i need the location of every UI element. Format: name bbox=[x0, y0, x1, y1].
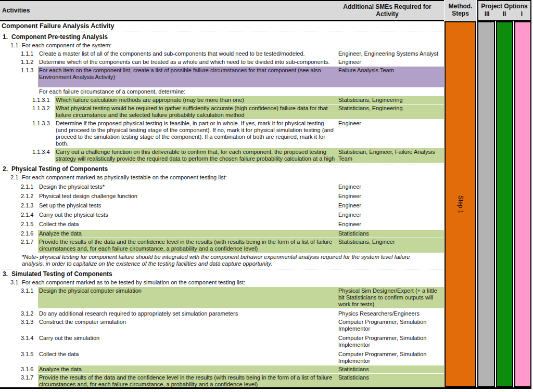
sme-cell[interactable]: Computer Programmer, Simulation Implemen… bbox=[337, 350, 444, 365]
activity-row[interactable]: 2.1.5Collect the dataEngineer bbox=[0, 220, 444, 228]
activity-row[interactable]: 3.1.5Collect the dataComputer Programmer… bbox=[0, 350, 444, 365]
activity-number: 3.1.4 bbox=[21, 334, 38, 349]
activity-row[interactable]: 2.1.1Design the physical tests*Engineer bbox=[0, 183, 444, 191]
project-option-column-ii[interactable] bbox=[496, 21, 513, 387]
sme-cell[interactable]: Statisticians, Engineering bbox=[337, 96, 444, 104]
activity-number: 2.1.1 bbox=[21, 183, 38, 191]
activity-row[interactable]: 2.Physical Testing of Components bbox=[0, 165, 444, 173]
sme-cell[interactable]: Engineer bbox=[337, 211, 444, 219]
sme-column-header: Additional SMEs Required for Activity bbox=[332, 3, 443, 18]
sme-cell[interactable]: Computer Programmer, Simulation Implemen… bbox=[337, 334, 444, 349]
activity-row[interactable]: 1.1.2Determine which of the components c… bbox=[0, 58, 444, 66]
activity-text-cell[interactable]: For each item on the component list, cre… bbox=[38, 67, 337, 87]
activity-text-cell[interactable]: *Note- physical testing for component fa… bbox=[21, 253, 425, 268]
sme-header-line2: Activity bbox=[332, 10, 443, 18]
activity-row[interactable]: 2.1.4Carry out the physical testsEnginee… bbox=[0, 211, 444, 219]
activity-text-cell[interactable]: Simulated Testing of Components bbox=[10, 270, 444, 278]
sme-cell[interactable]: Engineer bbox=[337, 202, 444, 210]
activity-text-cell[interactable]: Determine if the proposed physical testi… bbox=[55, 120, 337, 148]
activity-text-cell[interactable]: Carry out the physical tests bbox=[38, 211, 337, 219]
activity-text-cell[interactable]: Collect the data bbox=[38, 220, 337, 228]
activities-column-header: Activities bbox=[2, 7, 30, 14]
activity-text-cell[interactable]: Provide the results of the data and the … bbox=[38, 238, 337, 253]
activity-text-cell[interactable]: For each failure circumstance of a compo… bbox=[38, 88, 444, 96]
activity-text-cell[interactable]: Set up the physical tests bbox=[38, 202, 337, 210]
table-bottom-border bbox=[0, 387, 531, 389]
activity-row[interactable]: Component Failure Analysis Activity bbox=[0, 22, 444, 32]
activity-text-cell[interactable]: Which failure calculation methods are ap… bbox=[55, 96, 337, 104]
activity-number: 3.1.3 bbox=[21, 318, 38, 333]
activity-text-cell[interactable]: Collect the data bbox=[38, 350, 337, 365]
activity-row[interactable]: 3.1.7Provide the results of the data and… bbox=[0, 374, 444, 387]
activity-row[interactable]: 2.1.2Physical test design challenge func… bbox=[0, 192, 444, 200]
activity-text-cell[interactable]: Do any additional research required to a… bbox=[38, 310, 337, 318]
sme-cell[interactable]: Engineer bbox=[337, 192, 444, 200]
activity-text-cell[interactable]: Design the physical computer simulation bbox=[38, 287, 337, 308]
sme-cell[interactable]: Computer Programmer, Simulation Implemen… bbox=[337, 318, 444, 333]
activity-text-cell[interactable]: Component Pre-testing Analysis bbox=[10, 33, 444, 41]
sme-cell[interactable]: Statistician, Engineer, Failure Analysis… bbox=[337, 148, 444, 163]
activity-row[interactable]: 2.1.3Set up the physical testsEngineer bbox=[0, 202, 444, 210]
activity-row[interactable]: 1.1.1Create a master list of all of the … bbox=[0, 50, 444, 58]
activity-row[interactable]: 3.Simulated Testing of Components bbox=[0, 270, 444, 278]
activity-number: 1.1.2 bbox=[21, 58, 38, 66]
sme-cell[interactable]: Physics Researchers/Engineers bbox=[337, 310, 444, 318]
activity-text-cell[interactable]: Construct the computer simulation bbox=[38, 318, 337, 333]
activity-row[interactable]: 2.1For each component marked as physical… bbox=[0, 174, 444, 181]
activity-row[interactable]: 1.1For each component of the system: bbox=[0, 42, 444, 49]
activity-row[interactable]: *Note- physical testing for component fa… bbox=[0, 253, 444, 269]
activity-row[interactable]: 3.1.4Carry out the simulationComputer Pr… bbox=[0, 334, 444, 349]
sme-cell[interactable]: Engineer bbox=[337, 58, 444, 66]
activity-row[interactable]: 1.1.3For each item on the component list… bbox=[0, 67, 444, 87]
activity-row[interactable]: 1.1.3.4Carry out a challenge function on… bbox=[0, 148, 444, 164]
table-header: Activities Additional SMEs Required for … bbox=[0, 0, 444, 21]
activity-text-cell[interactable]: For each component marked as physically … bbox=[21, 174, 444, 181]
activity-row[interactable]: 3.1.6Analyze the dataStatisticians bbox=[0, 365, 444, 373]
project-option-column-iii[interactable] bbox=[477, 21, 495, 387]
activity-row[interactable]: 3.1For each component marked as to be te… bbox=[0, 279, 444, 286]
activity-row[interactable]: 1.1.3.3Determine if the proposed physica… bbox=[0, 120, 444, 148]
activity-text-cell[interactable]: Carry out a challenge function on this d… bbox=[55, 148, 337, 163]
activity-number: 3.1.5 bbox=[21, 350, 38, 365]
activity-text-cell[interactable]: Physical test design challenge function bbox=[38, 192, 337, 200]
sme-cell[interactable]: Failure Analysis Team bbox=[337, 67, 444, 87]
activity-row[interactable]: 1.1.3.1Which failure calculation methods… bbox=[0, 96, 444, 104]
activity-text-cell[interactable]: Determine which of the components can be… bbox=[38, 58, 337, 66]
activity-row[interactable]: 1.1.3.2What physical testing would be re… bbox=[0, 104, 444, 119]
activity-number: 3.1.6 bbox=[21, 365, 38, 373]
activity-row[interactable]: 3.1.3Construct the computer simulationCo… bbox=[0, 318, 444, 333]
sme-cell[interactable]: Engineer, Engineering Systems Analyst bbox=[337, 50, 444, 58]
activity-row[interactable]: 3.1.2Do any additional research required… bbox=[0, 310, 444, 318]
activity-text-cell[interactable]: Carry out the simulation bbox=[38, 334, 337, 349]
sme-cell[interactable]: Statisticians, Engineer bbox=[337, 238, 444, 253]
activity-text-cell[interactable]: What physical testing would be required … bbox=[55, 104, 337, 119]
activity-text-cell[interactable]: Create a master list of all of the compo… bbox=[38, 50, 337, 58]
activity-text-cell[interactable]: Component Failure Analysis Activity bbox=[0, 22, 444, 31]
sme-cell[interactable]: Engineer bbox=[337, 120, 444, 148]
activity-text-cell[interactable]: Provide the results of the data and the … bbox=[38, 374, 337, 387]
activity-row[interactable]: 2.1.6Analyze the dataStatisticians bbox=[0, 230, 444, 238]
sme-cell[interactable]: Statisticians bbox=[337, 365, 444, 373]
activity-row[interactable]: 3.1.1Design the physical computer simula… bbox=[0, 287, 444, 308]
sme-cell[interactable]: Statisticians, Engineering bbox=[337, 104, 444, 119]
sme-cell[interactable]: Engineer bbox=[337, 220, 444, 228]
sme-cell[interactable]: Physical Sim Designer/Expert (+ a little… bbox=[337, 287, 444, 308]
activity-number: 2. bbox=[3, 165, 10, 173]
activity-text-cell[interactable]: For each component of the system: bbox=[21, 42, 444, 49]
activity-text-cell[interactable]: Analyze the data bbox=[38, 365, 337, 373]
activity-text-cell[interactable]: Analyze the data bbox=[38, 230, 337, 238]
project-option-column-i[interactable] bbox=[514, 21, 531, 387]
activity-text-cell[interactable]: Design the physical tests* bbox=[38, 183, 337, 191]
activity-number: 1.1.3.1 bbox=[32, 96, 55, 104]
activity-row[interactable]: 1.Component Pre-testing Analysis bbox=[0, 33, 444, 41]
activity-row[interactable]: For each failure circumstance of a compo… bbox=[0, 88, 444, 96]
activity-text-cell[interactable]: Physical Testing of Components bbox=[10, 165, 444, 173]
activity-row[interactable]: 2.1.7Provide the results of the data and… bbox=[0, 238, 444, 253]
activity-number: 3.1.1 bbox=[21, 287, 38, 308]
activity-text-cell[interactable]: For each component marked as to be teste… bbox=[21, 279, 444, 286]
sme-cell[interactable]: Statisticians bbox=[337, 374, 444, 387]
project-option-header-iii: III bbox=[478, 10, 496, 18]
sme-cell[interactable]: Statisticians bbox=[337, 230, 444, 238]
sme-cell[interactable]: Engineer bbox=[337, 183, 444, 191]
method-steps-column[interactable]: Step 1 bbox=[445, 21, 476, 387]
